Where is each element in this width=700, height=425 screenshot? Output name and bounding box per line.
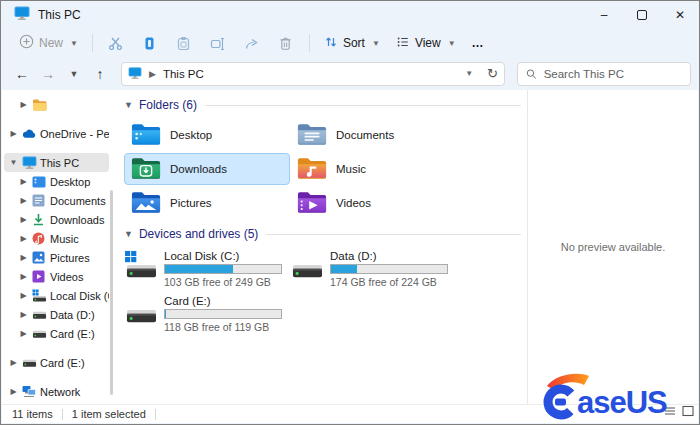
sidebar-item-local-disk-c[interactable]: ▶Local Disk (C:) [4, 286, 109, 305]
address-dropdown-icon[interactable]: ▼ [465, 69, 473, 78]
chevron-right-icon[interactable]: ▶ [18, 329, 29, 338]
maximize-button[interactable] [623, 1, 661, 29]
folder-icon [32, 97, 47, 112]
search-input[interactable] [544, 68, 682, 80]
back-button[interactable]: ← [9, 62, 35, 86]
delete-button[interactable] [269, 31, 303, 55]
see-more-button[interactable]: … [464, 33, 493, 53]
forward-button[interactable]: → [35, 62, 61, 86]
sidebar-item-label: Local Disk (C:) [50, 290, 109, 302]
sidebar-item-label: Music [50, 233, 79, 245]
paste-button[interactable] [167, 31, 201, 55]
sidebar-item-label: Data (D:) [50, 309, 95, 321]
sidebar-item-label: Card (E:) [40, 357, 85, 369]
drive-tile-data-d[interactable]: Data (D:)174 GB free of 224 GB [290, 250, 490, 288]
cut-button[interactable] [99, 31, 133, 55]
sidebar-item-card-e[interactable]: ▶Card (E:) [4, 324, 109, 343]
drive-usage-bar [330, 264, 448, 274]
chevron-right-icon[interactable]: ▶ [18, 253, 29, 262]
folder-tile-label: Videos [336, 197, 371, 209]
chevron-right-icon[interactable]: ▶ [18, 177, 29, 186]
title-bar: This PC – ✕ [1, 1, 699, 29]
sidebar-item-folder[interactable]: ▶ [4, 95, 109, 114]
rename-icon [210, 36, 225, 51]
sidebar-item-label: OneDrive - Persona [40, 128, 109, 140]
chevron-right-icon[interactable]: ▶ [18, 272, 29, 281]
preview-pane: No preview available. [527, 90, 698, 404]
address-bar[interactable]: ▶ This PC ▼ ↻ [121, 62, 505, 86]
status-divider [155, 409, 156, 420]
sidebar-item-music[interactable]: ▶Music [4, 229, 109, 248]
sidebar-item-label: Card (E:) [50, 328, 95, 340]
sidebar-item-this-pc[interactable]: ▼This PC [4, 153, 109, 172]
sort-button[interactable]: Sort ▼ [316, 32, 388, 55]
desktop-icon [32, 174, 47, 189]
drivewin-icon [32, 288, 47, 303]
music-icon [32, 231, 47, 246]
sidebar-item-pictures[interactable]: ▶Pictures [4, 248, 109, 267]
close-button[interactable]: ✕ [661, 1, 699, 29]
new-button[interactable]: New ▼ [11, 31, 86, 55]
chevron-right-icon[interactable]: ▶ [18, 100, 29, 109]
folder-tile-videos[interactable]: Videos [290, 187, 456, 219]
sidebar-item-card-e[interactable]: ▶Card (E:) [4, 353, 109, 372]
minimize-button[interactable]: – [585, 1, 623, 29]
chevron-right-icon[interactable]: ▶ [18, 234, 29, 243]
folder-tile-label: Documents [336, 129, 394, 141]
status-divider [62, 409, 63, 420]
sidebar-item-documents[interactable]: ▶Documents [4, 191, 109, 210]
recent-locations-button[interactable]: ▼ [61, 62, 87, 86]
downloads-icon [32, 212, 47, 227]
copy-button[interactable] [133, 31, 167, 55]
selection-count: 1 item selected [72, 408, 146, 420]
videos-folder-icon [297, 189, 327, 218]
breadcrumb[interactable]: This PC [163, 68, 204, 80]
hard-drive-icon [124, 295, 158, 333]
chevron-down-icon[interactable]: ▼ [8, 158, 19, 167]
folder-tile-documents[interactable]: Documents [290, 119, 456, 151]
sidebar-item-videos[interactable]: ▶Videos [4, 267, 109, 286]
folder-tile-pictures[interactable]: Pictures [124, 187, 290, 219]
folder-tile-desktop[interactable]: Desktop [124, 119, 290, 151]
chevron-down-icon: ▼ [448, 39, 456, 48]
search-box[interactable] [517, 62, 691, 86]
rename-button[interactable] [201, 31, 235, 55]
drive-free-space: 118 GB free of 119 GB [164, 321, 282, 333]
drives-section-header[interactable]: ▼ Devices and drives (5) [124, 227, 521, 241]
sidebar-item-network[interactable]: ▶Network [4, 382, 109, 401]
chevron-right-icon[interactable]: ▶ [18, 291, 29, 300]
hard-drive-icon [290, 250, 324, 288]
sidebar-item-downloads[interactable]: ▶Downloads [4, 210, 109, 229]
chevron-right-icon[interactable]: ▶ [8, 129, 19, 138]
sidebar-item-data-d[interactable]: ▶Data (D:) [4, 305, 109, 324]
toolbar-separator [309, 34, 310, 52]
sidebar-vertical-scrollbar[interactable] [110, 190, 113, 395]
window-title: This PC [38, 8, 81, 22]
up-button[interactable]: ↑ [87, 62, 113, 86]
drive-icon [32, 326, 47, 341]
pictures-icon [32, 250, 47, 265]
sidebar-item-desktop[interactable]: ▶Desktop [4, 172, 109, 191]
folder-tile-downloads[interactable]: Downloads [124, 153, 290, 185]
scissors-icon [108, 36, 123, 51]
chevron-right-icon[interactable]: ▶ [18, 310, 29, 319]
chevron-right-icon[interactable]: ▶ [8, 358, 19, 367]
drive-tile-local-disk-c[interactable]: Local Disk (C:)103 GB free of 249 GB [124, 250, 290, 288]
chevron-right-icon[interactable]: ▶ [8, 387, 19, 396]
copy-icon [142, 36, 157, 51]
chevron-right-icon[interactable]: ▶ [18, 215, 29, 224]
music-folder-icon [297, 155, 327, 184]
share-button[interactable] [235, 31, 269, 55]
sidebar-item-label: Desktop [50, 176, 90, 188]
folder-tile-music[interactable]: Music [290, 153, 456, 185]
view-button[interactable]: View ▼ [388, 32, 464, 55]
drive-tile-card-e[interactable]: Card (E:)118 GB free of 119 GB [124, 295, 290, 333]
refresh-icon[interactable]: ↻ [487, 66, 498, 81]
chevron-right-icon[interactable]: ▶ [18, 196, 29, 205]
sidebar-item-label: Videos [50, 271, 83, 283]
drive-usage-fill [165, 310, 166, 318]
folders-section-header[interactable]: ▼ Folders (6) [124, 98, 521, 112]
sidebar-item-onedrive-persona[interactable]: ▶OneDrive - Persona [4, 124, 109, 143]
sidebar-item-label: Network [40, 386, 80, 398]
drive-free-space: 174 GB free of 224 GB [330, 276, 448, 288]
